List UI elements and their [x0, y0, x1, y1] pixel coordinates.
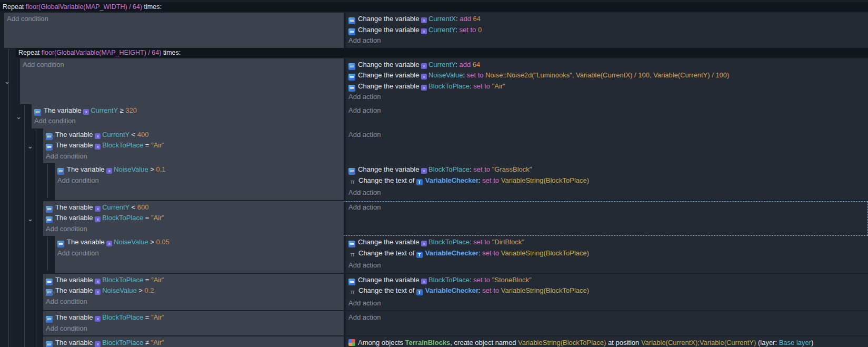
actions-cell[interactable]: ≔Change the variable xBlockToPlace: set … [346, 274, 868, 311]
add-action-button[interactable]: Add action [346, 105, 868, 116]
condition-row[interactable]: ≔The variable xCurrentY < 600 [43, 202, 344, 213]
action-row[interactable]: ᴛᴛChange the text of TVariableChecker: s… [346, 285, 868, 298]
conditions-cell[interactable]: Add condition [4, 13, 344, 48]
sub-events: ⌄≔The variable xCurrentY ≥ 320Add condit… [16, 104, 868, 347]
collapse-chevron-icon[interactable]: ⌄ [27, 142, 33, 149]
text-token: The variable [55, 141, 95, 149]
add-action-button[interactable]: Add action [346, 202, 868, 213]
collapse-chevron-icon[interactable]: ⌄ [16, 113, 22, 120]
add-condition-button[interactable]: Add condition [20, 60, 344, 71]
actions-cell[interactable]: ≔Change the variable xCurrentX: add 64≔C… [346, 13, 868, 48]
action-row[interactable]: ≔Change the variable xNoiseValue: set to… [346, 70, 868, 81]
actions-cell[interactable]: Add action [346, 311, 868, 335]
conditions-cell[interactable]: ⌄Add condition [20, 58, 344, 104]
variable-icon: ≔ [46, 316, 53, 323]
condition-row[interactable]: ≔The variable xNoiseValue > 0.2 [43, 285, 344, 296]
action-row[interactable]: ≔Change the variable xBlockToPlace: set … [346, 164, 868, 175]
add-condition-button[interactable]: Add condition [43, 323, 344, 334]
add-condition-button[interactable]: Add condition [43, 151, 344, 162]
text-token: Repeat [3, 3, 26, 11]
action-row[interactable]: ≔Change the variable xBlockToPlace: set … [346, 275, 868, 286]
variable-badge-icon: x [95, 206, 101, 212]
conditions-cell[interactable]: ⌄≔The variable xCurrentY < 600≔The varia… [43, 201, 344, 236]
action-row[interactable]: ≔Change the variable xBlockToPlace: set … [346, 81, 868, 92]
variable-token: CurrentY [428, 61, 455, 68]
collapse-chevron-icon[interactable]: ⌄ [27, 215, 33, 222]
actions-cell[interactable]: Add action [346, 128, 868, 164]
add-action-button[interactable]: Add action [346, 298, 868, 309]
action-row[interactable]: Among objects TerrainBlocks, create obje… [346, 338, 868, 347]
action-row[interactable]: ≔Change the variable xBlockToPlace: set … [346, 237, 868, 248]
add-action-button[interactable]: Add action [346, 92, 868, 103]
event-row: ≔The variable xBlockToPlace ≠ "Air"Add c… [43, 336, 868, 347]
action-row[interactable]: ᴛᴛChange the text of TVariableChecker: s… [346, 175, 868, 188]
conditions-cell[interactable]: ≔The variable xNoiseValue > 0.05Add cond… [55, 236, 344, 273]
action-row[interactable]: ≔Change the variable xCurrentY: add 64 [346, 60, 868, 71]
add-action-button[interactable]: Add action [346, 35, 868, 46]
conditions-cell[interactable]: ⌄≔The variable xCurrentY ≥ 320Add condit… [32, 104, 344, 128]
variable-icon: ≔ [57, 241, 64, 247]
object-name-token: VariableChecker [425, 249, 478, 257]
condition-row[interactable]: ≔The variable xCurrentY < 400 [43, 130, 344, 141]
add-condition-button[interactable]: Add condition [32, 116, 344, 127]
actions-cell[interactable]: Add action [346, 104, 868, 128]
add-condition-button[interactable]: Add condition [55, 248, 344, 259]
text-token: > [137, 286, 145, 294]
operator-token: add [460, 15, 473, 23]
condition-row[interactable]: ≔The variable xBlockToPlace = "Air" [43, 312, 344, 323]
add-action-button[interactable]: Add action [346, 260, 868, 271]
condition-row[interactable]: ≔The variable xBlockToPlace = "Air" [43, 275, 344, 286]
actions-cell[interactable]: Add action [346, 201, 868, 236]
add-action-button[interactable]: Add action [346, 187, 868, 199]
add-condition-button[interactable]: Add condition [43, 224, 344, 235]
action-row[interactable]: ≔Change the variable xCurrentY: set to 0 [346, 25, 868, 36]
actions-cell[interactable]: ≔Change the variable xBlockToPlace: set … [346, 163, 868, 200]
action-row[interactable]: ᴛᴛChange the text of TVariableChecker: s… [346, 248, 868, 261]
add-condition-button[interactable]: Add condition [55, 175, 344, 186]
add-condition-button[interactable]: Add condition [4, 14, 344, 25]
expression-token: Variable(CurrentX);Variable(CurrentY) [641, 339, 756, 346]
add-action-button[interactable]: Add action [346, 130, 868, 141]
condition-event: ≔The variable xBlockToPlace ≠ "Air"Add c… [43, 336, 868, 347]
conditions-cell[interactable]: ≔The variable xBlockToPlace = "Air"Add c… [43, 311, 344, 335]
variable-badge-icon: x [106, 241, 112, 246]
actions-cell[interactable]: ≔Change the variable xBlockToPlace: set … [346, 236, 868, 273]
condition-row[interactable]: ≔The variable xNoiseValue > 0.05 [55, 237, 344, 248]
repeat-event-header[interactable]: Repeat floor(GlobalVariable(MAP_WIDTH) /… [0, 2, 868, 12]
condition-row[interactable]: ≔The variable xNoiseValue > 0.1 [55, 164, 344, 175]
string-token: "GrassBlock" [492, 165, 532, 173]
condition-row[interactable]: ≔The variable xBlockToPlace = "Air" [43, 213, 344, 224]
variable-token: BlockToPlace [428, 238, 470, 246]
text-token: The variable [55, 276, 95, 284]
variable-icon: ≔ [57, 168, 64, 175]
string-token: "Air" [151, 339, 164, 346]
text-token: The variable [55, 286, 95, 294]
text-token: at position [606, 339, 641, 346]
text-token: Change the variable [358, 61, 421, 68]
collapse-chevron-icon[interactable]: ⌄ [4, 78, 10, 85]
variable-icon: ≔ [348, 17, 355, 24]
repeat-event-header[interactable]: Repeat floor(GlobalVariable(MAP_HEIGHT) … [16, 48, 868, 57]
conditions-cell[interactable]: ≔The variable xBlockToPlace = "Air"≔The … [43, 274, 344, 311]
text-object-icon: T [416, 252, 423, 258]
variable-badge-icon: x [421, 28, 427, 34]
condition-row[interactable]: ≔The variable xCurrentY ≥ 320 [32, 105, 344, 116]
add-action-button[interactable]: Add action [346, 312, 868, 323]
action-row[interactable]: ≔Change the variable xCurrentX: add 64 [346, 14, 868, 25]
condition-row[interactable]: ≔The variable xBlockToPlace = "Air" [43, 140, 344, 151]
conditions-cell[interactable]: ≔The variable xBlockToPlace ≠ "Air"Add c… [43, 336, 344, 347]
operator-token: add [460, 61, 473, 68]
conditions-cell[interactable]: ⌄≔The variable xCurrentY < 400≔The varia… [43, 128, 344, 164]
repeat-event: Repeat floor(GlobalVariable(MAP_HEIGHT) … [16, 48, 868, 347]
add-condition-button[interactable]: Add condition [43, 296, 344, 308]
text-token: (layer: [756, 339, 779, 346]
variable-badge-icon: x [421, 63, 427, 69]
conditions-cell[interactable]: ≔The variable xNoiseValue > 0.1Add condi… [55, 163, 344, 200]
condition-row[interactable]: ≔The variable xBlockToPlace ≠ "Air" [43, 338, 344, 347]
expression-token: VariableString(BlockToPlace) [501, 176, 589, 184]
text-token: Change the variable [358, 276, 421, 284]
variable-icon: ≔ [34, 109, 41, 116]
actions-cell[interactable]: Among objects TerrainBlocks, create obje… [346, 336, 868, 347]
text-token: < [129, 203, 137, 211]
actions-cell[interactable]: ≔Change the variable xCurrentY: add 64≔C… [346, 58, 868, 104]
